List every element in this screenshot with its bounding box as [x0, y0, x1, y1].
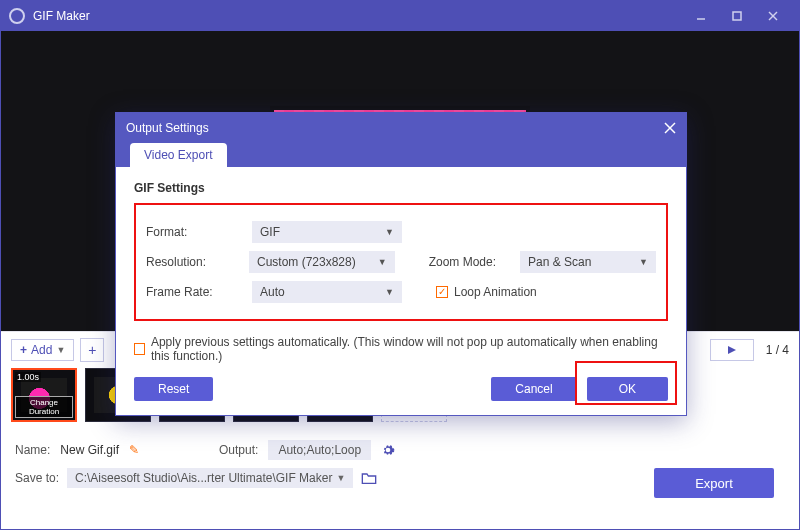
- checkbox-icon: [134, 343, 145, 355]
- change-duration-button[interactable]: Change Duration: [15, 396, 73, 418]
- chevron-down-icon: ▼: [385, 287, 394, 297]
- name-value: New Gif.gif: [60, 443, 119, 457]
- thumbnail[interactable]: 1.00s Change Duration: [11, 368, 77, 422]
- chevron-down-icon: ▼: [385, 227, 394, 237]
- zoom-mode-label: Zoom Mode:: [429, 255, 506, 269]
- minimize-button[interactable]: [683, 1, 719, 31]
- zoom-mode-select[interactable]: Pan & Scan ▼: [520, 251, 656, 273]
- apply-previous-checkbox[interactable]: Apply previous settings automatically. (…: [134, 335, 668, 363]
- format-select[interactable]: GIF ▼: [252, 221, 402, 243]
- resolution-select[interactable]: Custom (723x828) ▼: [249, 251, 395, 273]
- loop-animation-label: Loop Animation: [454, 285, 537, 299]
- framerate-select[interactable]: Auto ▼: [252, 281, 402, 303]
- thumbnail-duration: 1.00s: [15, 372, 41, 382]
- apply-previous-label: Apply previous settings automatically. (…: [151, 335, 668, 363]
- framerate-value: Auto: [260, 285, 285, 299]
- output-settings-dialog: Output Settings Video Export GIF Setting…: [115, 112, 687, 416]
- output-label: Output:: [219, 443, 258, 457]
- play-button[interactable]: [710, 339, 754, 361]
- add-button[interactable]: + Add ▼: [11, 339, 74, 361]
- tab-video-export[interactable]: Video Export: [130, 143, 227, 167]
- format-value: GIF: [260, 225, 280, 239]
- saveto-path-select[interactable]: C:\Aiseesoft Studio\Ais...rter Ultimate\…: [67, 468, 353, 488]
- loop-animation-checkbox[interactable]: Loop Animation: [436, 285, 537, 299]
- name-label: Name:: [15, 443, 50, 457]
- dialog-title: Output Settings: [126, 121, 209, 135]
- zoom-mode-value: Pan & Scan: [528, 255, 591, 269]
- play-icon: [727, 345, 737, 355]
- add-button-label: Add: [31, 343, 52, 357]
- reset-button[interactable]: Reset: [134, 377, 213, 401]
- edit-name-icon[interactable]: ✎: [129, 443, 139, 457]
- dialog-close-button[interactable]: [664, 122, 676, 134]
- open-folder-icon[interactable]: [361, 471, 377, 485]
- resolution-label: Resolution:: [146, 255, 235, 269]
- chevron-down-icon: ▼: [378, 257, 387, 267]
- framerate-label: Frame Rate:: [146, 285, 238, 299]
- plus-icon: +: [20, 343, 27, 357]
- checkbox-icon: [436, 286, 448, 298]
- saveto-path: C:\Aiseesoft Studio\Ais...rter Ultimate\…: [75, 471, 332, 485]
- app-logo-icon: [9, 8, 25, 24]
- window-title: GIF Maker: [33, 9, 90, 23]
- format-label: Format:: [146, 225, 238, 239]
- output-value: Auto;Auto;Loop: [278, 443, 361, 457]
- chevron-down-icon: ▼: [639, 257, 648, 267]
- cancel-button[interactable]: Cancel: [491, 377, 576, 401]
- page-indicator: 1 / 4: [766, 343, 789, 357]
- saveto-label: Save to:: [15, 471, 59, 485]
- maximize-button[interactable]: [719, 1, 755, 31]
- chevron-down-icon: ▼: [56, 345, 65, 355]
- output-settings-icon[interactable]: [381, 443, 395, 457]
- settings-highlight-box: Format: GIF ▼ Resolution: Custom (723x82…: [134, 203, 668, 321]
- plus-button[interactable]: +: [80, 338, 104, 362]
- gif-settings-title: GIF Settings: [134, 181, 668, 195]
- svg-rect-1: [733, 12, 741, 20]
- svg-marker-4: [728, 346, 736, 354]
- resolution-value: Custom (723x828): [257, 255, 356, 269]
- window-close-button[interactable]: [755, 1, 791, 31]
- export-button[interactable]: Export: [654, 468, 774, 498]
- ok-button[interactable]: OK: [587, 377, 668, 401]
- chevron-down-icon: ▼: [336, 473, 345, 483]
- titlebar: GIF Maker: [1, 1, 799, 31]
